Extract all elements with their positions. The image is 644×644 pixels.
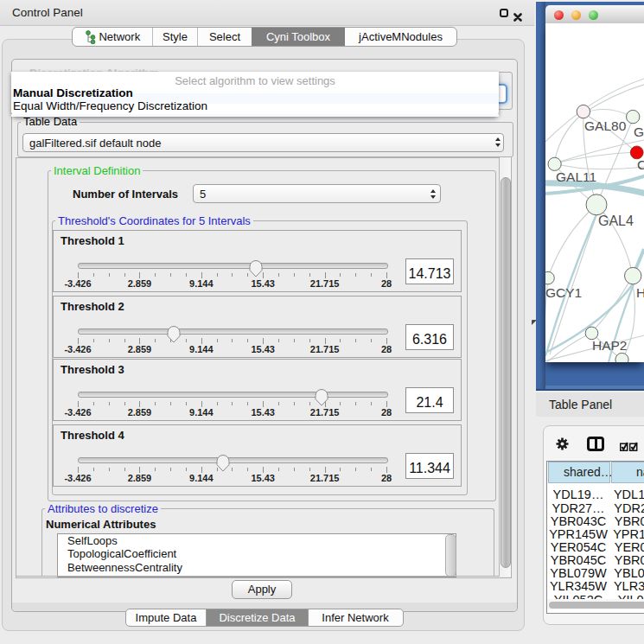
svg-text:GA: GA [634,124,644,139]
svg-text:GAL4: GAL4 [598,214,634,228]
svg-text:GAL11: GAL11 [556,169,596,184]
svg-text:GCY1: GCY1 [545,285,582,300]
svg-text:GAL80: GAL80 [584,118,627,133]
svg-text:HAP2: HAP2 [592,338,628,353]
svg-text:H: H [636,285,644,300]
svg-text:C: C [637,157,644,172]
